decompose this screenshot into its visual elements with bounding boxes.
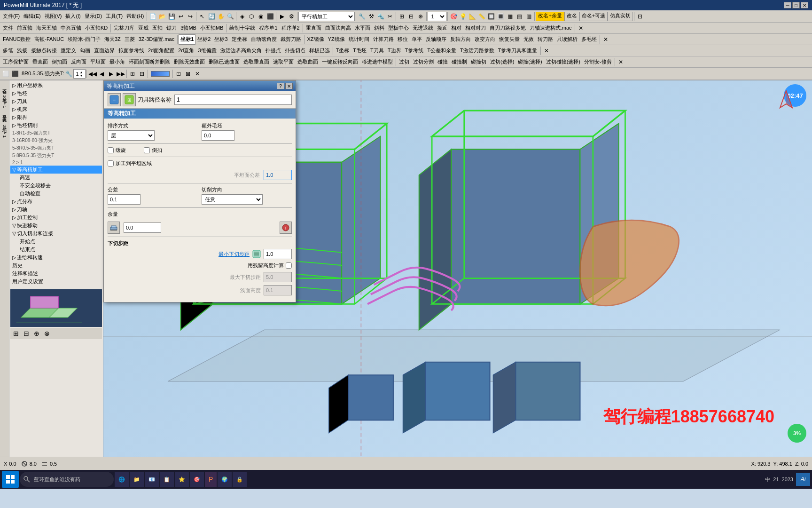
- tab-mits[interactable]: 三菱: [123, 34, 137, 45]
- lp-system[interactable]: 系统: [0, 112, 9, 115]
- tab-auto-angle[interactable]: 自动落角度: [249, 34, 279, 45]
- tab-redefine[interactable]: 重定义: [59, 46, 78, 56]
- tab-horiz-face[interactable]: 水平面: [353, 23, 372, 33]
- stock-tool-icon[interactable]: T: [280, 222, 292, 234]
- tab-coord2[interactable]: 坐标2: [195, 34, 212, 45]
- tree-item-machctrl[interactable]: ▷ 加工控制: [10, 214, 102, 222]
- name-input[interactable]: 1: [174, 95, 292, 105]
- btn-modify-extra[interactable]: 改名+余量: [536, 12, 564, 21]
- taskbar-powermill[interactable]: P: [205, 472, 217, 487]
- tab-set-coord[interactable]: 定坐标: [230, 34, 249, 45]
- residual-label[interactable]: 用残留高度计算: [248, 262, 292, 269]
- dialog-icon-btn1[interactable]: ≡: [108, 93, 121, 106]
- taskbar-target[interactable]: 🎯: [190, 472, 204, 487]
- menu-insert[interactable]: 插入(I): [63, 11, 82, 22]
- tab-haitian3z[interactable]: 海天3Z: [102, 34, 123, 45]
- tree-item-notes[interactable]: 注释和描述: [10, 270, 102, 278]
- icon-zoom[interactable]: 🔍: [226, 12, 235, 21]
- tree-item[interactable]: ▷ 机床: [10, 105, 102, 113]
- tab-ring-del[interactable]: 环面刻面断并删除: [127, 57, 172, 67]
- taskbar-mail[interactable]: 📧: [145, 472, 159, 487]
- min-step-link[interactable]: 最小下切步距: [219, 251, 250, 257]
- tab-coord1[interactable]: 坐标1: [179, 34, 195, 45]
- tab-5axis2[interactable]: 五轴: [150, 23, 164, 33]
- icon-e1[interactable]: 🎯: [449, 12, 458, 21]
- tree-item[interactable]: ▷ 用户坐标系: [10, 81, 102, 89]
- tab-invalid[interactable]: 无效: [522, 34, 536, 45]
- icon-save[interactable]: 💾: [167, 12, 176, 21]
- taskbar-vpn[interactable]: 🔒: [233, 472, 247, 487]
- icon-prog1[interactable]: ⊞: [128, 69, 137, 79]
- tab-overcut[interactable]: 过切: [397, 57, 411, 67]
- icon-first[interactable]: ◀◀: [88, 69, 97, 79]
- tree-item-autocheck[interactable]: 自动检查: [10, 190, 102, 198]
- icon-rotate[interactable]: 🔄: [207, 12, 216, 21]
- tree-item[interactable]: ▷ 刀具: [10, 97, 102, 105]
- tab-xz-mirror[interactable]: XZ镜像: [305, 34, 326, 45]
- close-btn[interactable]: ✕: [801, 2, 808, 8]
- tab-multi-pen[interactable]: 多笔: [1, 46, 15, 56]
- tab-move[interactable]: 移位: [396, 34, 410, 45]
- tab-turn-path[interactable]: 转刀路: [536, 34, 555, 45]
- taskbar-search[interactable]: 蓝环查鱼的谁没有药: [20, 472, 114, 487]
- tab-file[interactable]: 文件: [1, 23, 15, 33]
- icon-m2[interactable]: ⊟: [406, 12, 416, 21]
- tab-contact-trans[interactable]: 接触点转接: [29, 46, 59, 56]
- tree-item-axis[interactable]: ▷ 刀轴: [10, 206, 102, 214]
- tab-change-dir[interactable]: 改变方向: [473, 34, 497, 45]
- tab-3mb[interactable]: 3轴MB: [179, 23, 198, 33]
- icon-iso[interactable]: ⬛: [265, 12, 275, 21]
- icon-e7[interactable]: ▦: [505, 12, 515, 21]
- tab-fanuc[interactable]: FANUC数控: [1, 34, 32, 45]
- tab-vert[interactable]: 垂直面: [31, 57, 50, 67]
- dialog-icon-btn2[interactable]: ⊞: [123, 93, 136, 106]
- icon-prev[interactable]: ◀: [97, 69, 107, 79]
- tree-item-fast[interactable]: 高速: [10, 174, 102, 182]
- icon-tool2[interactable]: ⚒: [367, 12, 376, 21]
- btn-fake-cut[interactable]: 仿真实切: [608, 12, 633, 21]
- icon-e4[interactable]: 📏: [477, 12, 486, 21]
- undercut-checkbox-label[interactable]: 倒扣: [144, 147, 162, 154]
- icon-shade[interactable]: ◉: [256, 12, 265, 21]
- tab-split-trim[interactable]: 分割安-修剪: [582, 57, 614, 67]
- tab-multi-stock[interactable]: 多毛坯: [579, 34, 599, 45]
- taskbar-notes[interactable]: 📋: [160, 472, 174, 487]
- tree-item-equal-high[interactable]: ▽ 等高精加工: [10, 166, 102, 174]
- ai-button[interactable]: Ai: [796, 473, 810, 486]
- icon-tb3[interactable]: ⊕: [32, 329, 41, 338]
- tree-item-startpt[interactable]: 开始点: [10, 238, 102, 246]
- tab-full-knife[interactable]: 完整刀库: [112, 23, 136, 33]
- icon-redo[interactable]: ↪: [186, 12, 195, 21]
- tree-item[interactable]: ▷ 毛坯切削: [10, 121, 102, 129]
- icon-m1[interactable]: ⊞: [397, 12, 406, 21]
- minimize-btn[interactable]: ─: [784, 2, 791, 8]
- icon-path2[interactable]: ⬛: [10, 69, 20, 79]
- tab-one-click-rev[interactable]: 一键反转反向面: [320, 57, 360, 67]
- icon-view2[interactable]: ⊠: [183, 69, 193, 79]
- start-button[interactable]: [2, 471, 19, 488]
- tab-5axis[interactable]: 前五轴: [15, 23, 34, 33]
- tab-template-selected[interactable]: 样板已选: [307, 46, 332, 56]
- icon-tool3[interactable]: 🔩: [376, 12, 385, 21]
- tab-protect-face[interactable]: 工序保护面: [1, 57, 31, 67]
- tab-vert-face[interactable]: 重直面: [304, 23, 323, 33]
- tab-yawei[interactable]: 亚威: [136, 23, 150, 33]
- tab-gaodun-fanuc[interactable]: 高顿-FANUC: [32, 34, 66, 45]
- tree-item[interactable]: ▷ 毛坯: [10, 89, 102, 97]
- machine-flat-label[interactable]: 加工到平坦区域: [108, 160, 152, 167]
- tab-del-invalid[interactable]: 删除无效曲面: [172, 57, 207, 67]
- icon-e9[interactable]: ▥: [524, 12, 533, 21]
- tab-collision-cut[interactable]: 碰撞切: [469, 57, 488, 67]
- tab-flat-boundary[interactable]: 直面边界: [92, 46, 117, 56]
- tab-collision[interactable]: 碰撞: [436, 57, 450, 67]
- tab-draw-cross[interactable]: 绘制十字线: [227, 23, 257, 33]
- tab-t-activate[interactable]: T激活刀路参数: [458, 46, 496, 56]
- icon-sim[interactable]: ▶: [277, 12, 287, 21]
- icon-tb4[interactable]: ⊗: [42, 329, 52, 338]
- maximize-btn[interactable]: □: [792, 2, 800, 8]
- tree-item-history[interactable]: 历史: [10, 262, 102, 270]
- icon-path1[interactable]: ⬜: [1, 69, 10, 79]
- icon-e8[interactable]: ▤: [515, 12, 524, 21]
- tab-rev-face[interactable]: 反向面: [69, 57, 88, 67]
- lp-settings[interactable]: 设置: [0, 109, 9, 111]
